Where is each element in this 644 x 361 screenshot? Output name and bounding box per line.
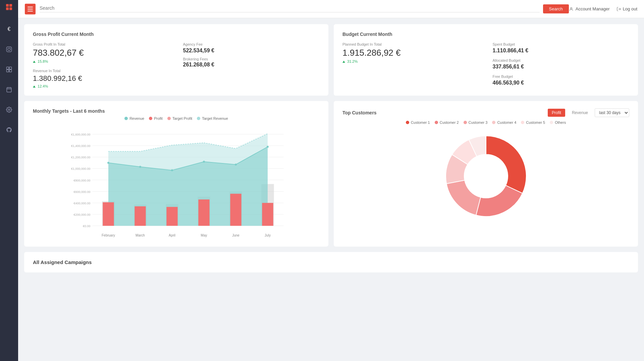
brokering-value: 261.268,08 € — [183, 62, 320, 68]
donut-svg — [439, 129, 533, 223]
svg-text:€400,000.00: €400,000.00 — [73, 202, 90, 205]
main-content: Gross Profit Current Month Gross Profit … — [18, 18, 644, 278]
svg-text:July: July — [265, 234, 271, 237]
sidebar-item-github[interactable] — [3, 124, 15, 136]
svg-point-6 — [10, 48, 11, 48]
legend-dot-revenue — [124, 117, 128, 120]
budget-right: Spent Budget 1.110.866,41 € Allocated Bu… — [486, 42, 630, 87]
svg-text:€800,000.00: €800,000.00 — [73, 179, 90, 182]
svg-text:February: February — [102, 234, 115, 237]
tc-controls: Profit Revenue last 30 days last 7 days … — [548, 108, 629, 117]
account-manager-label: Account Manager — [576, 6, 610, 11]
free-budget: Free Budget 466.563,90 € — [493, 74, 630, 87]
legend-others: Others — [550, 120, 566, 124]
account-manager: Account Manager — [569, 6, 610, 11]
svg-text:€200,000.00: €200,000.00 — [73, 213, 90, 216]
spent-budget: Spent Budget 1.110.866,41 € — [493, 42, 630, 54]
sidebar-item-euro[interactable]: € — [3, 23, 15, 35]
donut-area — [342, 129, 629, 223]
arrow-up-icon — [33, 61, 36, 63]
svg-text:€1,600,000.00: €1,600,000.00 — [71, 133, 91, 136]
svg-rect-16 — [28, 7, 33, 7]
gross-profit-value: 783.802,67 € — [33, 48, 176, 58]
svg-text:March: March — [136, 234, 145, 237]
svg-rect-50 — [262, 203, 273, 226]
logout-label: Log out — [623, 6, 637, 11]
agency-fee-value: 522.534,59 € — [183, 48, 320, 54]
arrow-up-icon-3 — [342, 61, 345, 63]
campaigns-card: All Assigned Campaigns — [24, 252, 638, 272]
legend-profit: Profit — [149, 116, 163, 120]
top-customers-card: Top Customers Profit Revenue last 30 day… — [334, 101, 638, 247]
tc-header: Top Customers Profit Revenue last 30 day… — [342, 108, 629, 117]
topbar-right: Account Manager Log out — [569, 6, 637, 11]
svg-rect-7 — [7, 67, 9, 69]
topbar: Search Account Manager Log out — [18, 0, 644, 18]
svg-rect-3 — [9, 7, 12, 10]
free-value: 466.563,90 € — [493, 80, 630, 86]
sidebar-item-calendar[interactable] — [3, 84, 15, 96]
bar-chart-area: €0.00€200,000.00€400,000.00€600,000.00€8… — [33, 125, 320, 239]
user-icon — [569, 7, 574, 11]
svg-text:€1,000,000.00: €1,000,000.00 — [71, 167, 91, 170]
svg-text:June: June — [232, 234, 239, 237]
svg-rect-8 — [9, 67, 12, 69]
sidebar-item-settings[interactable] — [3, 104, 15, 116]
legend-target-profit: Target Profit — [167, 116, 192, 120]
legend-dot-target-profit — [167, 117, 171, 120]
spent-label: Spent Budget — [493, 42, 630, 46]
svg-rect-49 — [230, 194, 241, 226]
sidebar-logo[interactable] — [5, 3, 13, 12]
legend-customer5: Customer 5 — [521, 120, 545, 124]
svg-rect-2 — [6, 7, 9, 10]
gross-profit-pct: 15.8% — [33, 59, 176, 63]
allocated-value: 337.856,61 € — [493, 64, 630, 70]
gross-profit-left: Gross Profit In Total 783.802,67 € 15.8%… — [33, 42, 176, 88]
svg-text:€1,200,000.00: €1,200,000.00 — [71, 156, 91, 159]
charts-row: Monthly Targets - Last 6 months Revenue … — [24, 101, 638, 247]
legend-customer3: Customer 3 — [464, 120, 488, 124]
search-input[interactable] — [40, 5, 540, 11]
svg-text:€1,400,000.00: €1,400,000.00 — [71, 144, 91, 148]
svg-point-51 — [107, 162, 109, 164]
legend-customer2: Customer 2 — [435, 120, 459, 124]
planned-label: Planned Budget In Total — [342, 42, 486, 46]
dot-customer1 — [406, 121, 409, 124]
budget-left: Planned Budget In Total 1.915.286,92 € 3… — [342, 42, 486, 87]
sidebar-item-instagram[interactable] — [3, 43, 15, 55]
dot-others — [550, 121, 553, 124]
free-label: Free Budget — [493, 74, 630, 79]
svg-rect-10 — [9, 70, 12, 72]
svg-rect-47 — [166, 207, 177, 226]
svg-rect-0 — [6, 4, 9, 7]
logout-button[interactable]: Log out — [616, 6, 637, 11]
legend-customer4: Customer 4 — [492, 120, 516, 124]
search-button[interactable]: Search — [543, 4, 569, 13]
arrow-up-icon-2 — [33, 86, 36, 88]
sidebar-item-contacts[interactable] — [3, 63, 15, 75]
svg-text:May: May — [201, 234, 207, 237]
legend-revenue: Revenue — [124, 116, 144, 120]
revenue-tab-button[interactable]: Revenue — [568, 109, 592, 117]
gross-profit-right: Agency Fee 522.534,59 € Brokering Fees 2… — [176, 42, 320, 88]
monthly-targets-card: Monthly Targets - Last 6 months Revenue … — [24, 101, 328, 247]
top-customers-title: Top Customers — [342, 110, 377, 115]
svg-text:April: April — [169, 234, 175, 237]
top-cards-row: Gross Profit Current Month Gross Profit … — [24, 24, 638, 96]
budget-title: Budget Current Month — [342, 32, 629, 37]
budget-card: Budget Current Month Planned Budget In T… — [334, 24, 638, 96]
svg-rect-4 — [7, 47, 12, 52]
menu-button[interactable] — [25, 4, 36, 14]
gross-profit-card: Gross Profit Current Month Gross Profit … — [24, 24, 328, 96]
svg-point-15 — [8, 109, 10, 111]
gross-profit-grid: Gross Profit In Total 783.802,67 € 15.8%… — [33, 42, 320, 88]
svg-point-54 — [203, 161, 205, 163]
period-select[interactable]: last 30 days last 7 days last 90 days — [595, 108, 629, 117]
logout-icon — [616, 7, 621, 11]
sidebar: € — [0, 0, 18, 278]
profit-tab-button[interactable]: Profit — [548, 109, 565, 117]
gross-profit-title: Gross Profit Current Month — [33, 32, 320, 37]
dot-customer2 — [435, 121, 438, 124]
legend-customer1: Customer 1 — [406, 120, 430, 124]
svg-rect-1 — [9, 4, 12, 7]
